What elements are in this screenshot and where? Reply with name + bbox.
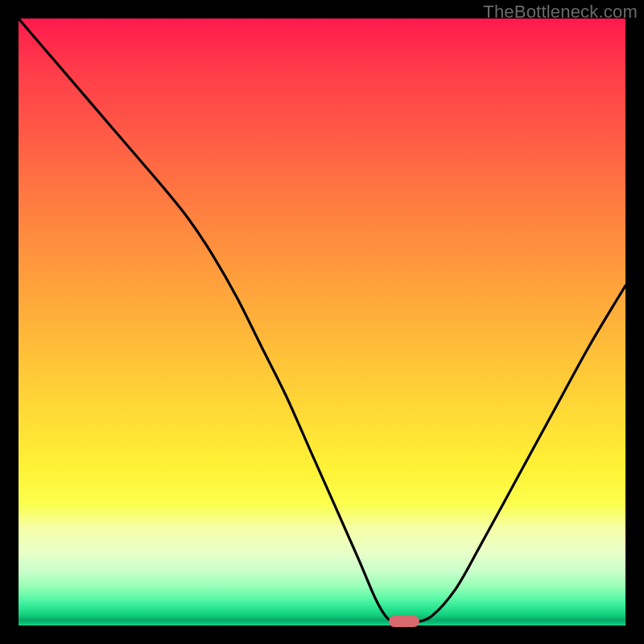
gradient-plot-area [19, 19, 625, 625]
chart-frame: TheBottleneck.com [0, 0, 644, 644]
optimal-marker [389, 616, 419, 627]
watermark-text: TheBottleneck.com [483, 2, 638, 23]
curve-path [19, 19, 625, 623]
bottleneck-curve [19, 19, 625, 625]
